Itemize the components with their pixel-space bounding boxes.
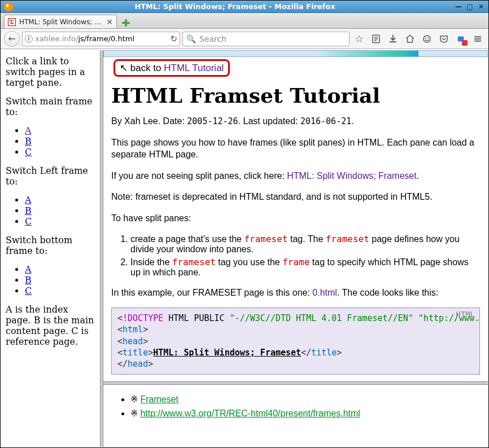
page-content: Click a link to switch pages in a target… <box>1 50 488 447</box>
addon-icon[interactable] <box>453 32 468 46</box>
search-box[interactable]: 🔍 Search <box>182 32 350 46</box>
left-link-left-b[interactable]: B <box>25 205 32 216</box>
reload-button[interactable]: ↻ <box>170 34 177 44</box>
left-frame[interactable]: Click a link to switch pages in a target… <box>1 50 100 447</box>
smile-icon[interactable] <box>420 32 434 46</box>
pocket-icon[interactable] <box>436 32 451 46</box>
tab-label: HTML: Split Windows; F… <box>19 18 103 26</box>
left-link-main-b[interactable]: B <box>25 136 32 147</box>
home-icon[interactable] <box>403 32 417 46</box>
bottom-item-1: ※ Frameset <box>130 394 480 405</box>
bookmark-star-icon[interactable]: ☆ <box>352 32 366 46</box>
frameset-fallback-link[interactable]: HTML: Split Windows; Frameset <box>287 171 416 181</box>
left-link-main-c[interactable]: C <box>25 147 32 157</box>
code-block: HTML<!DOCTYPE HTML PUBLIC "-//W3C//DTD H… <box>111 308 480 375</box>
back-button[interactable]: ← <box>4 31 20 47</box>
example-file-link[interactable]: 0.html <box>312 288 337 297</box>
back-to-tutorial-link[interactable]: ↖ back to HTML Tutorial <box>113 59 230 77</box>
url-path: js/frame/0.html <box>78 34 134 43</box>
tab-active[interactable]: Σ HTML: Split Windows; F… ✕ <box>4 15 117 28</box>
paragraph-link-fallback: If you are not seeing split panes, click… <box>111 170 480 182</box>
paragraph-howto: To have split panes: <box>111 212 480 225</box>
firefox-logo-icon <box>4 2 13 11</box>
menu-icon[interactable] <box>470 32 485 46</box>
maximize-button[interactable]: □ <box>465 2 475 11</box>
page-heading: HTML Framset Tutorial <box>111 84 480 107</box>
left-list-2: A B C <box>6 195 95 227</box>
tab-close-button[interactable]: ✕ <box>106 17 113 27</box>
left-section2-label: Switch Left frame to: <box>6 165 95 187</box>
firefox-window: HTML: Split Windows; Frameset - Mozilla … <box>0 0 489 448</box>
svg-point-5 <box>425 37 426 38</box>
tab-favicon-icon: Σ <box>8 18 16 26</box>
paragraph-example: In this example, our FRAMESET page is th… <box>111 287 480 299</box>
step-1: create a page that's use the frameset ta… <box>130 234 480 254</box>
left-intro: Click a link to switch pages in a target… <box>6 56 95 88</box>
code-lang-label: HTML <box>456 309 475 320</box>
left-link-bottom-b[interactable]: B <box>25 275 32 286</box>
url-host: xahlee.info/ <box>35 34 78 43</box>
window-titlebar: HTML: Split Windows; Frameset - Mozilla … <box>1 1 488 13</box>
back-link-anchor[interactable]: HTML Tutorial <box>164 63 224 73</box>
left-section1-label: Switch main frame to: <box>6 96 95 117</box>
svg-point-6 <box>427 37 429 38</box>
paragraph-intro: This page shows you how to have frames (… <box>111 137 480 161</box>
left-link-left-c[interactable]: C <box>25 216 32 227</box>
left-link-left-a[interactable]: A <box>25 195 32 205</box>
bottom-frame[interactable]: ※ Frameset ※ http://www.w3.org/TR/REC-ht… <box>103 385 488 447</box>
paragraph-note: Note: frameset is deprecated in HTML sta… <box>111 191 480 203</box>
steps-list: create a page that's use the frameset ta… <box>111 234 480 278</box>
window-title: HTML: Split Windows; Frameset - Mozilla … <box>16 2 453 11</box>
byline: By Xah Lee. Date: 2005-12-26. Last updat… <box>111 115 480 128</box>
bottom-item-2: ※ http://www.w3.org/TR/REC-html40/presen… <box>130 408 480 419</box>
main-frame[interactable]: ↖ back to HTML Tutorial HTML Framset Tut… <box>103 50 488 381</box>
bottom-list: ※ Frameset ※ http://www.w3.org/TR/REC-ht… <box>111 394 480 419</box>
date-created: 2005-12-26 <box>187 116 238 126</box>
ad-banner-fragment <box>103 50 488 57</box>
left-list-1: A B C <box>6 125 95 157</box>
url-bar[interactable]: i xahlee.info/js/frame/0.html ↻ <box>22 32 180 46</box>
close-window-button[interactable]: ✕ <box>476 2 486 11</box>
tab-strip: Σ HTML: Split Windows; F… ✕ ✚ <box>1 13 488 29</box>
left-link-bottom-c[interactable]: C <box>25 286 32 296</box>
downloads-icon[interactable] <box>386 32 400 46</box>
search-icon: 🔍 <box>186 34 196 43</box>
site-info-icon[interactable]: i <box>25 35 33 43</box>
reader-view-icon[interactable] <box>369 32 383 46</box>
step-2: Inside the frameset tag you use the fram… <box>130 257 480 278</box>
bottom-link-frameset[interactable]: Frameset <box>140 394 178 404</box>
nav-toolbar: ← i xahlee.info/js/frame/0.html ↻ 🔍 Sear… <box>1 29 488 49</box>
search-placeholder: Search <box>199 34 226 43</box>
svg-point-4 <box>423 36 430 42</box>
left-list-3: A B C <box>6 264 95 296</box>
bottom-link-w3c[interactable]: http://www.w3.org/TR/REC-html40/present/… <box>140 409 360 418</box>
date-updated: 2016-06-21 <box>300 116 351 126</box>
left-link-bottom-a[interactable]: A <box>25 264 32 275</box>
left-section3-label: Switch bottom frame to: <box>6 235 95 256</box>
left-footer: A is the index page. B is the main conte… <box>6 304 95 347</box>
left-link-main-a[interactable]: A <box>25 125 32 136</box>
new-tab-button[interactable]: ✚ <box>119 17 133 28</box>
minimize-button[interactable]: — <box>453 2 464 11</box>
